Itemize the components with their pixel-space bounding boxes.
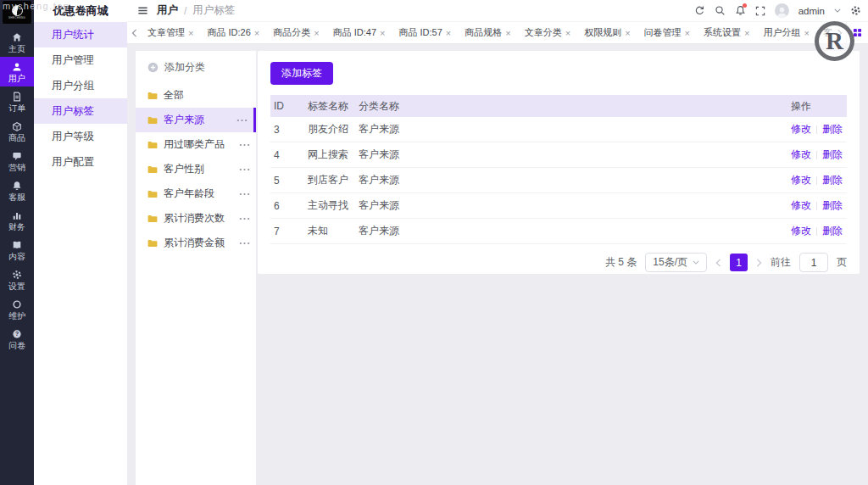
rail-item-marketing[interactable]: 营销: [0, 146, 34, 176]
sidebar-nav: 用户统计用户管理用户分组用户标签用户等级用户配置: [34, 22, 127, 175]
user-menu-chevron-down-icon[interactable]: [834, 8, 841, 13]
cell-name: 朋友介绍: [308, 122, 359, 137]
delete-link[interactable]: 删除: [822, 122, 843, 137]
sidebar-item[interactable]: 用户分组: [34, 73, 127, 98]
tab-item[interactable]: 商品 ID:47×: [328, 25, 391, 41]
tab-item[interactable]: 文章管理×: [142, 25, 198, 41]
tab-close-icon[interactable]: ×: [380, 29, 385, 37]
add-category-button[interactable]: 添加分类: [136, 51, 256, 83]
icon-rail-nav: 主页用户订单商品营销客服财务内容设置维护?问卷: [0, 27, 34, 354]
category-item[interactable]: 客户性别: [136, 157, 256, 181]
tab-close-icon[interactable]: ×: [804, 29, 809, 37]
rail-item-survey[interactable]: ?问卷: [0, 324, 34, 354]
rail-item-finance[interactable]: 财务: [0, 205, 34, 235]
sidebar-item[interactable]: 用户标签: [34, 98, 127, 124]
sidebar-item[interactable]: 用户配置: [34, 149, 127, 175]
category-label: 累计消费金额: [164, 236, 233, 250]
rail-item-content[interactable]: 内容: [0, 235, 34, 265]
tab-item[interactable]: 客服管理×: [818, 25, 832, 41]
category-item[interactable]: 全部: [136, 83, 256, 108]
folder-icon: [147, 215, 158, 223]
tab-item[interactable]: 系统设置×: [698, 25, 754, 41]
delete-link[interactable]: 删除: [822, 198, 843, 213]
edit-link[interactable]: 修改: [791, 224, 811, 238]
rail-item-settings[interactable]: 设置: [0, 265, 34, 294]
add-tag-button[interactable]: 添加标签: [270, 62, 333, 85]
category-item[interactable]: 客户来源: [136, 108, 256, 132]
tab-close-icon[interactable]: ×: [565, 29, 570, 37]
delete-link[interactable]: 删除: [822, 224, 843, 238]
tab-close-icon[interactable]: ×: [744, 29, 749, 37]
tab-close-icon[interactable]: ×: [446, 29, 451, 37]
tab-item[interactable]: 商品 ID:26×: [202, 25, 264, 41]
edit-link[interactable]: 修改: [791, 198, 811, 213]
rail-item-maintain[interactable]: 维护: [0, 294, 34, 324]
collapse-menu-icon[interactable]: [137, 5, 148, 16]
page-number-button[interactable]: 1: [730, 254, 748, 271]
tabs-scroll-left-icon[interactable]: [127, 29, 141, 37]
cell-actions: 修改删除: [791, 148, 843, 162]
more-options-icon[interactable]: [239, 242, 250, 245]
category-label: 用过哪类产品: [164, 137, 233, 152]
delete-link[interactable]: 删除: [822, 173, 843, 187]
tab-item[interactable]: 商品 ID:57×: [393, 25, 456, 41]
rail-item-order[interactable]: 订单: [0, 86, 34, 116]
username-label[interactable]: admin: [798, 6, 825, 16]
tab-item[interactable]: 问卷管理×: [639, 25, 695, 41]
rail-item-label: 商品: [8, 133, 25, 142]
category-item[interactable]: 累计消费金额: [136, 231, 256, 255]
tab-close-icon[interactable]: ×: [254, 29, 259, 37]
tabs-scroll-right-icon[interactable]: [832, 29, 846, 37]
tab-close-icon[interactable]: ×: [314, 29, 319, 37]
fullscreen-icon[interactable]: [755, 6, 765, 16]
tab-close-icon[interactable]: ×: [188, 29, 193, 37]
rail-item-service[interactable]: 客服: [0, 176, 34, 205]
tab-item[interactable]: 商品规格×: [459, 25, 515, 41]
more-options-icon[interactable]: [239, 143, 250, 147]
content-icon: [12, 239, 22, 250]
breadcrumb-root[interactable]: 用户: [157, 3, 178, 18]
edit-link[interactable]: 修改: [791, 122, 811, 137]
cell-id: 3: [274, 124, 308, 136]
more-options-icon[interactable]: [236, 119, 248, 122]
search-icon[interactable]: [715, 5, 726, 16]
sidebar-item[interactable]: 用户管理: [34, 47, 127, 73]
page-size-select[interactable]: 15条/页: [645, 253, 707, 272]
tab-item[interactable]: 权限规则×: [579, 25, 635, 41]
category-label: 客户来源: [164, 113, 231, 127]
rail-item-home[interactable]: 主页: [0, 27, 34, 57]
notification-bell-icon[interactable]: [735, 5, 746, 16]
user-avatar[interactable]: [775, 3, 789, 18]
pagination: 共 5 条 15条/页 1 前往 页: [270, 253, 847, 272]
edit-link[interactable]: 修改: [791, 173, 811, 187]
tab-item[interactable]: 用户分组×: [758, 25, 814, 41]
goto-page-input[interactable]: [799, 253, 828, 272]
tab-close-icon[interactable]: ×: [625, 29, 630, 37]
goods-icon: [12, 120, 22, 131]
rail-item-user[interactable]: 用户: [0, 57, 34, 86]
rail-item-goods[interactable]: 商品: [0, 116, 34, 146]
tab-item[interactable]: 文章分类×: [520, 25, 576, 41]
more-options-icon[interactable]: [239, 217, 250, 220]
settings-gear-icon[interactable]: [850, 5, 861, 16]
more-options-icon[interactable]: [239, 192, 250, 196]
edit-link[interactable]: 修改: [791, 148, 811, 162]
tab-item[interactable]: 商品分类×: [268, 25, 324, 41]
delete-link[interactable]: 删除: [822, 148, 843, 162]
rail-item-label: 客服: [8, 192, 25, 202]
tab-close-icon[interactable]: ×: [685, 29, 690, 37]
tab-close-icon[interactable]: ×: [505, 29, 510, 37]
category-item[interactable]: 客户年龄段: [136, 181, 256, 206]
category-item[interactable]: 累计消费次数: [136, 206, 256, 231]
sidebar-item[interactable]: 用户等级: [34, 124, 127, 149]
refresh-icon[interactable]: [694, 5, 705, 16]
next-page-icon[interactable]: [756, 259, 762, 267]
more-options-icon[interactable]: [239, 168, 250, 171]
cell-category: 客户来源: [359, 173, 791, 187]
prev-page-icon[interactable]: [715, 259, 721, 267]
category-item[interactable]: 用过哪类产品: [136, 132, 256, 157]
tabs-options-grid-icon[interactable]: [846, 22, 868, 43]
tab-label: 商品 ID:26: [207, 26, 250, 39]
sidebar-item[interactable]: 用户统计: [34, 22, 127, 47]
action-divider: [816, 125, 817, 134]
